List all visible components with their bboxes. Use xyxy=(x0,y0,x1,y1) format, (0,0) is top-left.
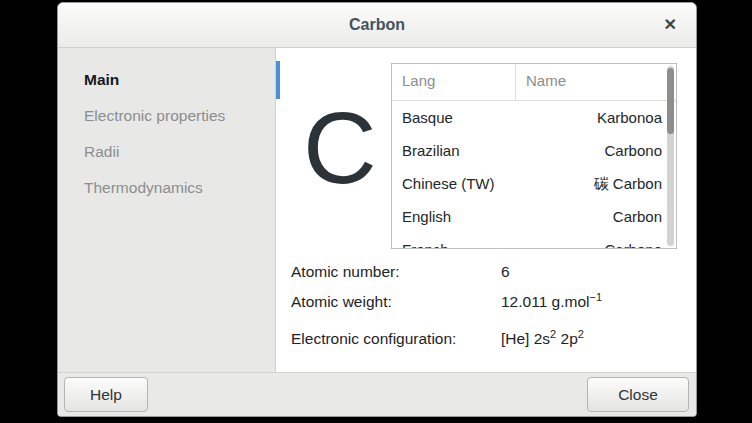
property-label: Atomic weight: xyxy=(291,293,501,311)
sidebar-item-main[interactable]: Main xyxy=(58,62,275,98)
sidebar-item-electronic-properties[interactable]: Electronic properties xyxy=(58,98,275,134)
cell-lang: Brazilian xyxy=(392,134,604,167)
property-value: [He] 2s2 2p2 xyxy=(501,330,584,347)
table-row[interactable]: Brazilian Carbono xyxy=(392,134,676,167)
table-header: Lang Name xyxy=(392,64,676,101)
help-button[interactable]: Help xyxy=(64,377,148,412)
table-row[interactable]: French Carbone xyxy=(392,233,676,249)
table-row[interactable]: Basque Karbonoa xyxy=(392,101,676,134)
table-row[interactable]: English Carbon xyxy=(392,200,676,233)
titlebar[interactable]: Carbon ✕ xyxy=(58,3,696,48)
element-dialog: Carbon ✕ Main Electronic properties Radi… xyxy=(57,2,697,417)
table-scrollbar-thumb[interactable] xyxy=(667,68,674,134)
window-title: Carbon xyxy=(349,16,405,34)
cell-lang: English xyxy=(392,200,613,233)
vertical-scrollbar[interactable] xyxy=(276,61,280,99)
cell-name: 碳 Carbon xyxy=(594,167,676,200)
cell-name: Carbone xyxy=(604,233,676,249)
table-scrollbar[interactable] xyxy=(667,66,674,246)
property-label: Atomic number: xyxy=(291,263,501,281)
column-header-lang[interactable]: Lang xyxy=(392,64,515,100)
sidebar: Main Electronic properties Radii Thermod… xyxy=(58,48,276,372)
sidebar-item-radii[interactable]: Radii xyxy=(58,134,275,170)
close-icon[interactable]: ✕ xyxy=(662,17,679,33)
names-table[interactable]: Lang Name Basque Karbonoa Brazilian Carb… xyxy=(391,63,677,249)
cell-lang: Chinese (TW) xyxy=(392,167,594,200)
close-button[interactable]: Close xyxy=(587,377,689,412)
property-value: 12.011 g.mol−1 xyxy=(501,293,602,310)
element-symbol: C xyxy=(303,97,377,199)
property-electronic-configuration: Electronic configuration:[He] 2s2 2p2 xyxy=(291,330,584,348)
property-label: Electronic configuration: xyxy=(291,330,501,348)
action-bar: Help Close xyxy=(58,372,696,416)
property-value: 6 xyxy=(501,263,510,280)
cell-lang: French xyxy=(392,233,604,249)
cell-name: Carbono xyxy=(604,134,676,167)
property-atomic-number: Atomic number:6 xyxy=(291,263,510,281)
property-atomic-weight: Atomic weight:12.011 g.mol−1 xyxy=(291,293,602,311)
dialog-body: Main Electronic properties Radii Thermod… xyxy=(58,48,696,372)
table-row[interactable]: Chinese (TW) 碳 Carbon xyxy=(392,167,676,200)
cell-name: Karbonoa xyxy=(597,101,676,134)
main-content: C Lang Name Basque Karbonoa Brazilian Ca… xyxy=(276,48,696,372)
column-header-name[interactable]: Name xyxy=(515,64,676,100)
sidebar-item-thermodynamics[interactable]: Thermodynamics xyxy=(58,170,275,206)
cell-lang: Basque xyxy=(392,101,597,134)
